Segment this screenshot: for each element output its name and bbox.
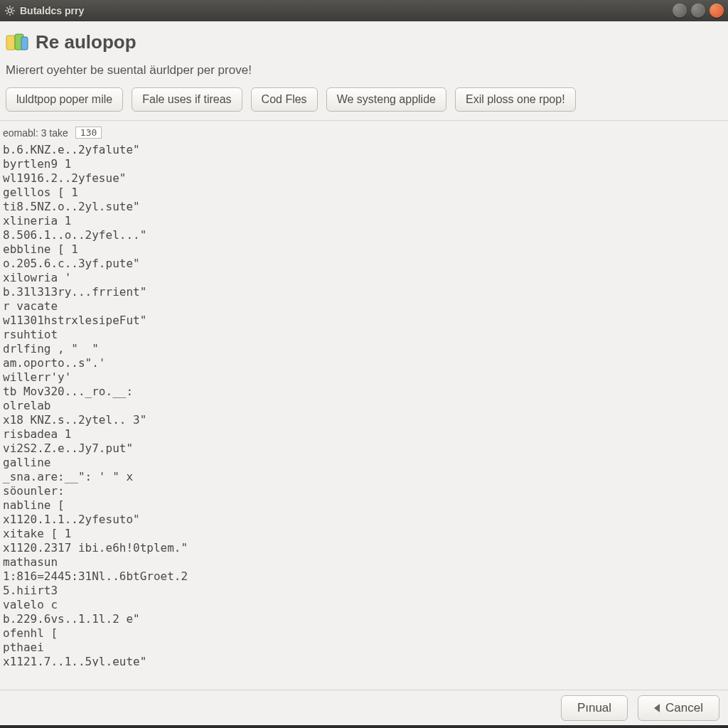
svg-line-6 (12, 13, 14, 14)
toolbar-button-1[interactable]: luldtpop poper mile (6, 87, 123, 112)
svg-line-7 (12, 7, 14, 9)
svg-rect-9 (6, 36, 15, 50)
svg-line-8 (6, 13, 8, 14)
status-count-box: 130 (75, 127, 102, 139)
minimize-window-button[interactable] (691, 4, 705, 18)
cancel-button-label: Cancel (665, 701, 703, 715)
status-strip: eomabl: 3 take 130 (0, 121, 728, 141)
window-titlebar: Butaldcs prry (0, 0, 728, 21)
arrow-left-icon (654, 704, 660, 712)
toolbar-button-2[interactable]: Fale uses if tireas (132, 87, 242, 112)
header-section: Re aulopop Mierert oyehter be suental äu… (0, 21, 728, 121)
cancel-button[interactable]: Cancel (638, 695, 719, 721)
primary-button[interactable]: Pınual (561, 695, 628, 721)
app-icon (6, 33, 28, 52)
toolbar-button-5[interactable]: Exil ploss one rpop! (455, 87, 576, 112)
svg-point-0 (8, 9, 11, 12)
log-output: b.6.KNZ.e..2yfalute" byrtlen9 1 wl1916.2… (0, 141, 728, 666)
close-window-button[interactable] (710, 4, 724, 18)
page-subtitle: Mierert oyehter be suental äurldper per … (6, 63, 718, 77)
page-title: Re aulopop (36, 31, 136, 53)
dialog-footer: Pınual Cancel (0, 690, 728, 725)
status-label: eomabl: 3 take (3, 127, 68, 139)
help-window-button[interactable] (673, 4, 687, 18)
svg-line-5 (6, 7, 8, 9)
toolbar-button-4[interactable]: We systeng applide (326, 87, 446, 112)
gear-icon (4, 5, 16, 16)
svg-rect-11 (21, 37, 28, 50)
bottom-edge (0, 725, 728, 728)
toolbar-button-3[interactable]: Cod Fles (251, 87, 318, 112)
window-title: Butaldcs prry (20, 5, 84, 16)
toolbar: luldtpop poper mile Fale uses if tireas … (6, 87, 718, 112)
